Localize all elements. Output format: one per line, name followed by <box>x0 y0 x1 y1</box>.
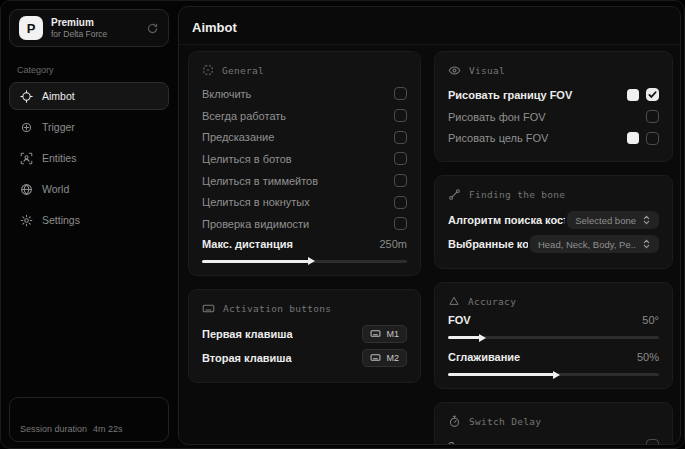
checkbox[interactable] <box>394 217 407 230</box>
section-title: Visual <box>469 65 505 76</box>
keyboard-icon <box>370 328 381 339</box>
activation-buttons-card: Activation buttons Первая клавиша M1 Вто… <box>188 289 421 383</box>
slider-label: Макс. дистанция <box>202 238 293 250</box>
sidebar-item-aimbot[interactable]: Aimbot <box>9 82 169 110</box>
checkbox[interactable] <box>394 109 407 122</box>
bone-label: Выбранные кости <box>448 238 528 250</box>
toggle-label: Проверка видимости <box>202 218 309 230</box>
slider-fill[interactable] <box>202 260 309 263</box>
chevron-updown-icon <box>642 239 651 249</box>
slider-label: FOV <box>448 314 471 326</box>
smoothing-slider: Сглаживание 50% <box>448 351 659 376</box>
globe-icon <box>20 183 33 196</box>
slider-label: Сглаживание <box>448 351 520 363</box>
sidebar-item-label: Settings <box>42 214 80 226</box>
keybind-button[interactable]: M1 <box>362 325 407 343</box>
main-panel: Aimbot General Включить <box>178 6 681 445</box>
checkbox[interactable] <box>394 87 407 100</box>
keybind-label: Вторая клавиша <box>202 352 292 364</box>
slider-value: 50% <box>637 351 659 363</box>
sidebar-item-trigger[interactable]: Trigger <box>9 113 169 141</box>
checkbox[interactable] <box>394 131 407 144</box>
bone-algorithm-dropdown[interactable]: Selected bone <box>567 211 659 229</box>
general-card: General Включить Всегда работать Предска… <box>188 51 421 276</box>
color-swatch[interactable] <box>627 89 639 101</box>
toggle-label: Целиться в ботов <box>202 153 292 165</box>
keybind-row: Первая клавиша M1 <box>202 322 407 346</box>
chevron-updown-icon <box>642 215 651 225</box>
color-swatch[interactable] <box>627 132 639 144</box>
sidebar-item-world[interactable]: World <box>9 175 169 203</box>
eye-icon <box>448 64 461 77</box>
toggle-row: Проверка видимости <box>202 213 407 235</box>
checkbox[interactable] <box>646 132 659 145</box>
sidebar-nav: Aimbot Trigger Entities <box>1 82 177 237</box>
sidebar-item-label: World <box>42 183 69 195</box>
premium-subtitle: for Delta Force <box>51 29 107 39</box>
checkbox[interactable] <box>394 196 407 209</box>
keyboard-icon <box>370 352 381 363</box>
sidebar: P Premium for Delta Force Category Aimbo… <box>1 1 177 448</box>
stopwatch-icon <box>448 415 461 428</box>
page-title: Aimbot <box>179 7 680 44</box>
visual-row: Рисовать фон FOV <box>448 106 659 128</box>
sidebar-item-entities[interactable]: Entities <box>9 144 169 172</box>
slider-track[interactable] <box>448 373 659 376</box>
selected-bones-dropdown[interactable]: Head, Neck, Body, Pe.. <box>530 235 659 253</box>
checkbox[interactable] <box>394 174 407 187</box>
keybind-value: M1 <box>386 329 399 339</box>
section-title: General <box>222 65 264 76</box>
toggle-label: Целиться в нокнутых <box>202 196 310 208</box>
keybind-button[interactable]: M2 <box>362 349 407 367</box>
visual-row: Рисовать границу FOV <box>448 84 659 106</box>
keyboard-icon <box>202 302 215 315</box>
slider-track[interactable] <box>448 336 659 339</box>
sidebar-item-label: Trigger <box>42 121 75 133</box>
checkbox[interactable] <box>646 439 659 445</box>
checkbox[interactable] <box>646 88 659 101</box>
visual-label: Рисовать цель FOV <box>448 132 548 144</box>
toggle-row: Целиться в тиммейтов <box>202 170 407 192</box>
bone-label: Алгоритм поиска костей <box>448 214 565 226</box>
toggle-label: Целиться в тиммейтов <box>202 175 318 187</box>
premium-title: Premium <box>51 17 107 29</box>
section-title: Activation buttons <box>223 303 331 314</box>
toggle-row: Предсказание <box>202 126 407 148</box>
checkbox[interactable] <box>394 152 407 165</box>
finding-bone-card: Finding the bone Алгоритм поиска костей … <box>434 175 673 269</box>
session-value: 4m 22s <box>93 424 123 434</box>
toggle-row: Задержка переключения <box>448 435 659 445</box>
toggle-label: Предсказание <box>202 131 274 143</box>
keybind-row: Вторая клавиша M2 <box>202 346 407 370</box>
max-distance-slider: Макс. дистанция 250m <box>202 238 407 263</box>
triangle-icon <box>448 295 460 307</box>
bone-row: Алгоритм поиска костей Selected bone <box>448 208 659 232</box>
grid-icon <box>202 64 214 76</box>
gear-icon <box>20 214 33 227</box>
dropdown-value: Selected bone <box>575 215 636 226</box>
section-title: Accuracy <box>468 296 516 307</box>
switch-delay-card: Switch Delay Задержка переключения Задер… <box>434 402 673 445</box>
toggle-row: Целиться в нокнутых <box>202 191 407 213</box>
sidebar-item-label: Aimbot <box>42 90 75 102</box>
premium-card: P Premium for Delta Force <box>9 9 169 47</box>
session-label: Session duration <box>20 424 87 434</box>
sync-icon[interactable] <box>146 22 159 35</box>
slider-fill[interactable] <box>448 373 554 376</box>
category-label: Category <box>17 65 177 75</box>
fov-slider: FOV 50° <box>448 314 659 339</box>
toggle-label: Включить <box>202 88 251 100</box>
toggle-row: Всегда работать <box>202 105 407 127</box>
slider-track[interactable] <box>202 260 407 263</box>
keybind-value: M2 <box>386 353 399 363</box>
slider-value: 50° <box>642 314 659 326</box>
toggle-label: Всегда работать <box>202 110 286 122</box>
sidebar-item-settings[interactable]: Settings <box>9 206 169 234</box>
slider-fill[interactable] <box>448 336 480 339</box>
trigger-icon <box>20 121 33 134</box>
checkbox[interactable] <box>646 110 659 123</box>
visual-label: Рисовать фон FOV <box>448 111 546 123</box>
section-title: Switch Delay <box>469 416 541 427</box>
app-window: P Premium for Delta Force Category Aimbo… <box>0 0 685 449</box>
keybind-label: Первая клавиша <box>202 328 293 340</box>
